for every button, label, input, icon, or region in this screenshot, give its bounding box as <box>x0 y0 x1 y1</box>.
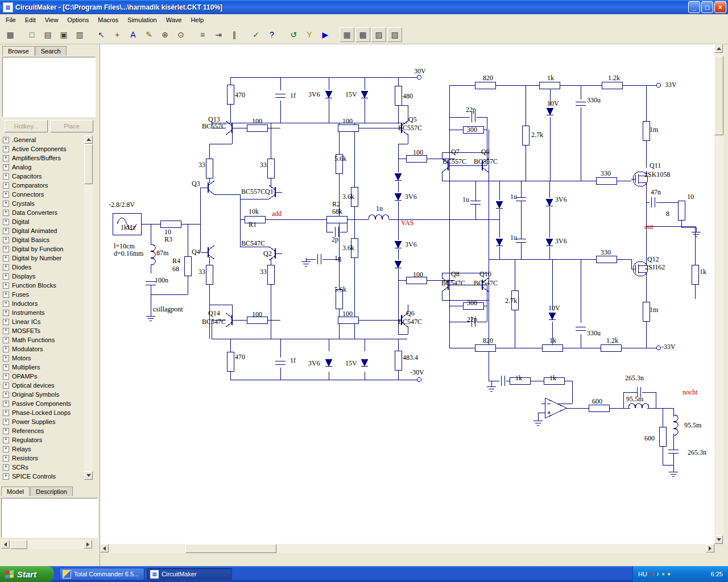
toolbar-run-button[interactable]: ▶ <box>318 27 333 42</box>
canvas-vscrollbar[interactable] <box>714 44 723 544</box>
tree-scrollbar[interactable] <box>84 135 93 480</box>
tree-item-scrs[interactable]: +SCRs <box>1 463 84 472</box>
tree-item-crystals[interactable]: +Crystals <box>1 199 84 208</box>
toolbar-oscilloscope-button[interactable]: ▧ <box>387 27 402 42</box>
tab-description[interactable]: Description <box>30 487 73 496</box>
panel-scroll-right-icon[interactable] <box>84 540 92 548</box>
tree-item-function-blocks[interactable]: +Function Blocks <box>1 281 84 290</box>
expand-icon[interactable]: + <box>3 364 9 371</box>
expand-icon[interactable]: + <box>3 455 9 462</box>
menu-item-simulation[interactable]: Simulation <box>123 15 161 25</box>
expand-icon[interactable]: + <box>3 219 9 225</box>
canvas-hscroll-thumb[interactable] <box>185 544 276 553</box>
expand-icon[interactable]: + <box>3 392 9 398</box>
expand-icon[interactable]: + <box>3 255 9 261</box>
expand-icon[interactable]: + <box>3 292 9 298</box>
expand-icon[interactable]: + <box>3 401 9 407</box>
expand-icon[interactable]: + <box>3 192 9 198</box>
canvas-vscroll-thumb[interactable] <box>714 56 723 135</box>
panel-scroll-thumb[interactable] <box>10 540 27 549</box>
toolbar-place-part-button[interactable]: + <box>110 27 125 42</box>
toolbar-signal-generator-button[interactable]: ▨ <box>371 27 386 42</box>
toolbar-project-explorer-button[interactable]: ▦ <box>3 27 18 42</box>
expand-icon[interactable]: + <box>3 473 9 480</box>
tree-item-fuses[interactable]: +Fuses <box>1 290 84 299</box>
expand-icon[interactable]: + <box>3 182 9 189</box>
toolbar-digital-display-button[interactable]: ▦ <box>340 27 354 42</box>
language-indicator[interactable]: HU <box>638 571 647 577</box>
toolbar-probe-button[interactable]: Y <box>302 27 317 42</box>
toolbar-reset-button[interactable]: ↺ <box>286 27 301 42</box>
panel-scroll-left-icon[interactable] <box>1 540 10 548</box>
expand-icon[interactable]: + <box>3 428 9 434</box>
tree-item-power-supplies[interactable]: +Power Supplies <box>1 417 84 426</box>
tree-item-digital-basics[interactable]: +Digital Basics <box>1 235 84 244</box>
expand-icon[interactable]: + <box>3 346 9 352</box>
tree-item-analog[interactable]: +Analog <box>1 163 84 172</box>
expand-icon[interactable]: + <box>3 328 9 334</box>
tree-item-optical-devices[interactable]: +Optical devices <box>1 381 84 390</box>
expand-icon[interactable]: + <box>3 410 9 416</box>
toolbar-save-button[interactable]: ▣ <box>56 27 71 42</box>
expand-icon[interactable]: + <box>3 355 9 361</box>
canvas-scroll-up-icon[interactable] <box>714 44 723 53</box>
expand-icon[interactable]: + <box>3 446 9 452</box>
expand-icon[interactable]: + <box>3 246 9 252</box>
expand-icon[interactable]: + <box>3 373 9 380</box>
expand-icon[interactable]: + <box>3 137 9 143</box>
toolbar-split-view-button[interactable]: ∥ <box>227 27 242 42</box>
tree-item-mosfets[interactable]: +MOSFETs <box>1 326 84 335</box>
tree-item-active-components[interactable]: +Active Components <box>1 144 84 153</box>
taskbar-task-circuitmaker[interactable]: ▦CircuitMaker <box>147 568 232 580</box>
tree-item-spice-controls[interactable]: +SPICE Controls <box>1 472 84 480</box>
tree-item-multipliers[interactable]: +Multipliers <box>1 363 84 372</box>
tree-item-capacitors[interactable]: +Capacitors <box>1 172 84 181</box>
tree-item-diodes[interactable]: +Diodes <box>1 263 84 272</box>
expand-icon[interactable]: + <box>3 437 9 443</box>
tree-item-original-symbols[interactable]: +Original Symbols <box>1 390 84 399</box>
tree-item-general[interactable]: +.General <box>1 135 84 144</box>
tree-item-amplifiers-buffers[interactable]: +Amplifiers/Buffers <box>1 153 84 163</box>
tree-item-linear-ics[interactable]: +Linear ICs <box>1 317 84 326</box>
menu-item-edit[interactable]: Edit <box>20 15 40 25</box>
canvas-scroll-left-icon[interactable] <box>100 544 109 552</box>
menu-item-options[interactable]: Options <box>63 15 93 25</box>
title-bar[interactable]: ▦ CircuitMaker - [C:\Program Files\...\h… <box>0 0 728 14</box>
tree-item-instruments[interactable]: +Instruments <box>1 308 84 317</box>
expand-icon[interactable]: + <box>3 419 9 425</box>
expand-icon[interactable]: + <box>3 301 9 307</box>
canvas-hscrollbar[interactable] <box>100 544 714 553</box>
toolbar-text-button[interactable]: A <box>126 27 140 42</box>
tree-item-resistors[interactable]: +Resistors <box>1 454 84 463</box>
tree-item-inductors[interactable]: +Inductors <box>1 299 84 308</box>
toolbar-new-button[interactable]: □ <box>24 27 39 42</box>
toolbar-help-button[interactable]: ? <box>264 27 279 42</box>
canvas-scroll-right-icon[interactable] <box>706 544 714 552</box>
expand-icon[interactable]: + <box>3 310 9 316</box>
taskbar-task-total-commander-6-5[interactable]: Total Commander 6.5... <box>59 568 144 580</box>
tree-item-opamps[interactable]: +OPAMPs <box>1 372 84 381</box>
expand-icon[interactable]: + <box>3 201 9 207</box>
expand-icon[interactable]: + <box>3 337 9 343</box>
canvas-scroll-down-icon[interactable] <box>714 535 723 544</box>
toolbar-print-button[interactable]: ▥ <box>72 27 87 42</box>
toolbar-open-button[interactable]: ▤ <box>40 27 55 42</box>
minimize-button[interactable]: _ <box>688 1 700 13</box>
network-icon[interactable]: ● <box>661 571 665 577</box>
expand-icon[interactable]: + <box>3 173 9 180</box>
tree-item-references[interactable]: +References <box>1 426 84 435</box>
menu-item-wave[interactable]: Wave <box>162 15 187 25</box>
tree-item-connectors[interactable]: +Connectors <box>1 190 84 199</box>
toolbar-cursor-button[interactable]: ↖ <box>94 27 109 42</box>
messenger-icon[interactable]: ● <box>667 571 671 577</box>
tab-search[interactable]: Search <box>35 46 67 56</box>
expand-icon[interactable]: + <box>3 237 9 243</box>
menu-item-macros[interactable]: Macros <box>93 15 123 25</box>
toolbar-zoom-window-button[interactable]: ⊕ <box>158 27 172 42</box>
expand-icon[interactable]: + <box>3 273 9 280</box>
tree-item-regulators[interactable]: +Regulators <box>1 435 84 444</box>
tree-item-digital-by-number[interactable]: +Digital by Number <box>1 253 84 263</box>
expand-icon[interactable]: + <box>3 228 9 234</box>
toolbar-zoom-button[interactable]: ⊙ <box>173 27 188 42</box>
hotkey-button[interactable]: Hotkey... <box>5 120 48 132</box>
